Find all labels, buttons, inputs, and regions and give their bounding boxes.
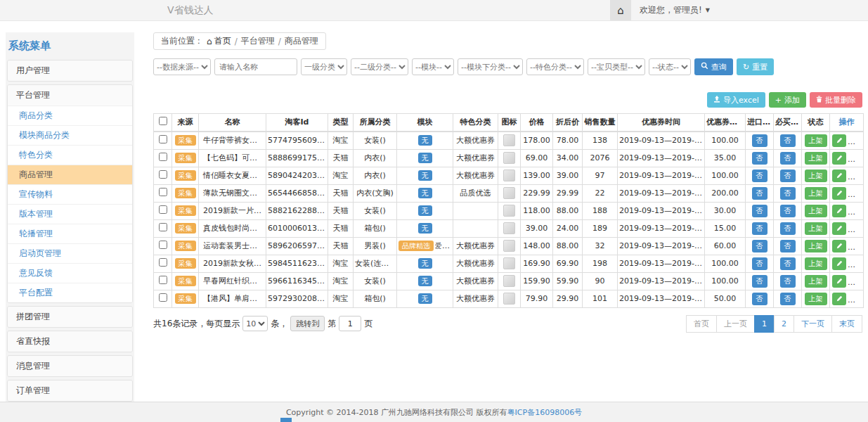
must-buy-toggle[interactable]: 否 <box>780 152 796 165</box>
row-checkbox[interactable] <box>159 135 167 143</box>
row-checkbox[interactable] <box>159 293 167 302</box>
status-button[interactable]: 上架 <box>805 205 827 217</box>
edit-button[interactable] <box>832 205 846 217</box>
filter-select[interactable]: --模块下分类-- <box>458 58 523 75</box>
page-button[interactable]: 2 <box>774 315 794 333</box>
table-row: 采集真皮钱包时尚优雅女士...601000601341天猫箱包()无39.002… <box>154 219 864 237</box>
status-button[interactable]: 上架 <box>805 257 827 270</box>
page-button[interactable]: 1 <box>754 315 775 333</box>
edit-button[interactable] <box>832 187 846 200</box>
sidebar-item-3[interactable]: 省直快报 <box>8 331 132 352</box>
edit-button[interactable] <box>832 134 846 147</box>
edit-button[interactable] <box>832 240 846 252</box>
sidebar-item-2[interactable]: 拼团管理 <box>8 307 132 327</box>
batch-delete-button[interactable]: 批量删除 <box>810 92 862 108</box>
page-button[interactable]: 下一页 <box>793 315 832 333</box>
import-select-toggle[interactable]: 否 <box>752 257 767 270</box>
must-buy-toggle[interactable]: 否 <box>780 134 796 147</box>
status-button[interactable]: 上架 <box>805 222 827 235</box>
user-menu[interactable]: 欢迎您，管理员! ▼ <box>631 4 718 16</box>
jump-page-input[interactable] <box>339 316 361 331</box>
sidebar-subitem[interactable]: 意见反馈 <box>8 263 132 283</box>
row-checkbox[interactable] <box>159 223 167 231</box>
status-button[interactable]: 上架 <box>805 293 827 305</box>
sidebar-item-0[interactable]: 用户管理 <box>8 60 132 81</box>
filter-select[interactable]: --宝贝类型-- <box>588 58 645 75</box>
sidebar-subitem[interactable]: 平台配置 <box>8 283 132 302</box>
sidebar-subitem[interactable]: 轮播管理 <box>8 224 132 243</box>
sidebar-item-4[interactable]: 消息管理 <box>8 356 132 376</box>
sidebar-subitem[interactable]: 商品分类 <box>8 106 132 125</box>
must-buy-toggle[interactable]: 否 <box>780 293 796 305</box>
filter-select[interactable]: --特色分类-- <box>526 58 584 75</box>
filter-select[interactable]: --数据来源-- <box>153 58 211 75</box>
add-button[interactable]: + 添加 <box>769 92 806 108</box>
source-badge: 采集 <box>175 205 196 216</box>
breadcrumb-home[interactable]: ⌂ 首页 <box>207 35 231 47</box>
row-checkbox[interactable] <box>159 258 167 267</box>
must-buy-toggle[interactable]: 否 <box>780 205 796 217</box>
icp-link[interactable]: 粤ICP备16098006号 <box>507 407 583 418</box>
status-button[interactable]: 上架 <box>805 152 827 165</box>
edit-button[interactable] <box>832 152 846 165</box>
sidebar-subitem[interactable]: 商品管理 <box>8 165 132 184</box>
edit-button[interactable] <box>832 170 846 182</box>
sidebar-item-1[interactable]: 平台管理 <box>8 85 132 106</box>
home-button[interactable]: ⌂ <box>610 0 631 20</box>
must-buy-toggle[interactable]: 否 <box>780 187 796 200</box>
must-buy-toggle[interactable]: 否 <box>780 222 796 235</box>
sidebar-subitem[interactable]: 版本管理 <box>8 204 132 224</box>
page-button[interactable]: 上一页 <box>716 315 755 333</box>
sidebar-subitem[interactable]: 模块商品分类 <box>8 125 132 145</box>
sidebar-item-5[interactable]: 订单管理 <box>8 381 132 401</box>
status-button[interactable]: 上架 <box>805 187 827 200</box>
filter-select[interactable]: --模块-- <box>412 58 454 75</box>
import-select-toggle[interactable]: 否 <box>752 152 767 165</box>
home-icon: ⌂ <box>207 37 212 46</box>
import-select-toggle[interactable]: 否 <box>752 187 767 200</box>
must-buy-toggle[interactable]: 否 <box>780 170 796 182</box>
edit-button[interactable] <box>832 257 846 270</box>
records-total-text: 共16条记录，每页显示 <box>153 318 240 330</box>
import-select-toggle[interactable]: 否 <box>752 134 767 147</box>
must-buy-toggle[interactable]: 否 <box>780 240 796 252</box>
sidebar-subitem[interactable]: 宣传物料 <box>8 184 132 204</box>
import-select-toggle[interactable]: 否 <box>752 240 767 252</box>
status-button[interactable]: 上架 <box>805 134 827 147</box>
breadcrumb-item[interactable]: 平台管理 <box>241 35 275 47</box>
status-button[interactable]: 上架 <box>805 170 827 182</box>
search-button[interactable]: 查询 <box>694 58 733 75</box>
edit-button[interactable] <box>832 275 846 288</box>
filter-select[interactable]: --状态-- <box>649 58 691 75</box>
row-checkbox[interactable] <box>159 153 167 161</box>
edit-button[interactable] <box>832 222 846 235</box>
must-buy-toggle[interactable]: 否 <box>780 257 796 270</box>
import-select-toggle[interactable]: 否 <box>752 205 767 217</box>
import-select-toggle[interactable]: 否 <box>752 275 767 288</box>
row-checkbox[interactable] <box>159 205 167 214</box>
filter-select[interactable]: --二级分类-- <box>351 58 408 75</box>
page-button[interactable]: 末页 <box>831 315 862 333</box>
jump-button[interactable]: 跳转到 <box>290 316 325 331</box>
row-checkbox[interactable] <box>159 276 167 284</box>
import-select-toggle[interactable]: 否 <box>752 293 767 305</box>
edit-button[interactable] <box>832 293 846 305</box>
row-checkbox[interactable] <box>159 170 167 179</box>
name-search-input[interactable] <box>214 58 297 75</box>
breadcrumb-item[interactable]: 商品管理 <box>285 35 318 47</box>
row-checkbox[interactable] <box>159 188 167 196</box>
import-select-toggle[interactable]: 否 <box>752 222 767 235</box>
page-size-select[interactable]: 10 <box>242 316 268 331</box>
status-button[interactable]: 上架 <box>805 240 827 252</box>
row-checkbox[interactable] <box>159 241 167 249</box>
reset-button[interactable]: ↻ 重置 <box>737 58 774 75</box>
import-select-toggle[interactable]: 否 <box>752 170 767 182</box>
sidebar-subitem[interactable]: 启动页管理 <box>8 243 132 263</box>
select-all-checkbox[interactable] <box>159 117 167 125</box>
status-button[interactable]: 上架 <box>805 275 827 288</box>
filter-select[interactable]: 一级分类 <box>301 58 347 75</box>
import-excel-button[interactable]: 导入excel <box>707 92 765 108</box>
must-buy-toggle[interactable]: 否 <box>780 275 796 288</box>
sidebar-subitem[interactable]: 特色分类 <box>8 145 132 165</box>
page-button[interactable]: 首页 <box>686 315 717 333</box>
